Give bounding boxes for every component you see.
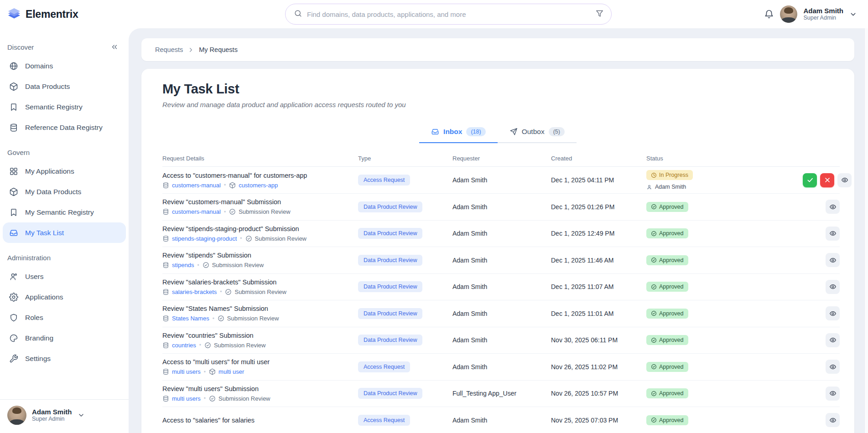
- created: Nov 26, 2025 11:02 PM: [551, 363, 646, 371]
- sidebar-item-users[interactable]: Users: [3, 266, 126, 287]
- check-circle-icon: [651, 204, 657, 210]
- user-icon: [646, 184, 652, 190]
- type-badge: Data Product Review: [358, 201, 422, 212]
- request-title: Review "countries" Submission: [162, 332, 358, 339]
- sidebar-section: GovernMy ApplicationsMy Data ProductsMy …: [0, 149, 129, 243]
- column-header: Status: [646, 155, 803, 162]
- view-button[interactable]: [826, 306, 840, 320]
- sidebar-item-my-data-products[interactable]: My Data Products: [3, 181, 126, 202]
- entity-link[interactable]: stipends: [162, 262, 194, 268]
- created: Dec 1, 2025 11:07 AM: [551, 283, 646, 290]
- chevron-down-icon[interactable]: [78, 412, 85, 419]
- inbox-icon: [431, 128, 439, 136]
- entity-link[interactable]: multi users: [162, 368, 201, 375]
- sidebar-item-my-applications[interactable]: My Applications: [3, 161, 126, 181]
- check-circle-icon: [651, 364, 657, 370]
- eye-icon: [829, 283, 837, 290]
- sidebar-item-data-products[interactable]: Data Products: [3, 76, 126, 97]
- users-icon: [9, 272, 18, 281]
- entity-link[interactable]: stipends-staging-product: [162, 235, 237, 242]
- view-button[interactable]: [826, 253, 840, 267]
- dot-separator: •: [224, 209, 226, 215]
- tabs: Inbox(18)Outbox(5): [141, 122, 854, 143]
- sidebar-item-semantic-registry[interactable]: Semantic Registry: [3, 97, 126, 117]
- type-badge: Access Request: [358, 415, 410, 426]
- table-row[interactable]: Review "stipends" Submissionstipends•Sub…: [162, 247, 840, 274]
- chevron-down-icon[interactable]: [849, 10, 857, 18]
- sidebar-item-label: My Task List: [25, 229, 64, 237]
- table-row[interactable]: Review "multi users" Submissionmulti use…: [162, 381, 840, 407]
- scrollbar[interactable]: [864, 28, 868, 433]
- avatar[interactable]: [780, 5, 797, 23]
- view-button[interactable]: [826, 280, 840, 294]
- sidebar-item-domains[interactable]: Domains: [3, 56, 126, 76]
- entity-link[interactable]: salaries-brackets: [162, 289, 217, 295]
- entity-link[interactable]: customers-manual: [162, 182, 221, 189]
- request-title: Review "multi users" Submission: [162, 385, 358, 392]
- entity-link[interactable]: multi users: [162, 395, 201, 402]
- entity-link[interactable]: States Names: [162, 315, 209, 322]
- tab-outbox[interactable]: Outbox(5): [498, 122, 577, 143]
- requester: Adam Smith: [452, 230, 551, 237]
- database-icon: [162, 235, 169, 242]
- sidebar-collapse-button[interactable]: [110, 43, 119, 51]
- view-button[interactable]: [826, 387, 840, 401]
- sidebar-item-reference-data-registry[interactable]: Reference Data Registry: [3, 117, 126, 138]
- table-row[interactable]: Review "stipends-staging-product" Submis…: [162, 221, 840, 247]
- approve-button[interactable]: [803, 173, 817, 187]
- entity-link[interactable]: multi user: [209, 368, 244, 375]
- table-row[interactable]: Review "countries" Submissioncountries•S…: [162, 327, 840, 354]
- view-button[interactable]: [826, 333, 840, 347]
- search-input[interactable]: [307, 10, 595, 18]
- review-step-label: Submission Review: [203, 262, 264, 268]
- requester: Adam Smith: [452, 203, 551, 211]
- sidebar-item-my-task-list[interactable]: My Task List: [3, 222, 126, 243]
- sidebar-nav: DiscoverDomainsData ProductsSemantic Reg…: [0, 41, 129, 369]
- sidebar-user-name: Adam Smith: [32, 408, 72, 416]
- sidebar: DiscoverDomainsData ProductsSemantic Reg…: [0, 28, 129, 433]
- view-button[interactable]: [826, 227, 840, 241]
- filter-icon[interactable]: [595, 9, 604, 20]
- view-button[interactable]: [837, 173, 852, 187]
- sidebar-item-branding[interactable]: Branding: [3, 328, 126, 348]
- requester: Adam Smith: [452, 176, 551, 184]
- column-header: Requester: [452, 155, 551, 162]
- view-button[interactable]: [826, 200, 840, 214]
- breadcrumb-link[interactable]: Requests: [155, 46, 183, 53]
- sidebar-section-label: Discover: [7, 43, 34, 51]
- review-step-label: Submission Review: [218, 315, 279, 322]
- table-row[interactable]: Review "salaries-brackets" Submissionsal…: [162, 274, 840, 301]
- eye-icon: [829, 336, 837, 344]
- sidebar-item-label: Branding: [25, 334, 53, 342]
- sidebar-item-settings[interactable]: Settings: [3, 348, 126, 369]
- reject-button[interactable]: [820, 173, 834, 187]
- assignee: Adam Smith: [646, 184, 686, 190]
- table-row[interactable]: Review "customers-manual" Submissioncust…: [162, 194, 840, 221]
- sidebar-item-roles[interactable]: Roles: [3, 307, 126, 328]
- table-row[interactable]: Access to "multi users" for multi usermu…: [162, 354, 840, 381]
- status-badge: Approved: [646, 335, 688, 345]
- created: Dec 1, 2025 11:01 AM: [551, 310, 646, 317]
- sidebar-user-card[interactable]: Adam Smith Super Admin: [0, 399, 129, 433]
- bell-icon: [764, 9, 774, 19]
- table-row[interactable]: Access to "salaries" for salariesAccess …: [162, 407, 840, 433]
- entity-link[interactable]: countries: [162, 342, 196, 349]
- type-badge: Data Product Review: [358, 255, 422, 266]
- page-subtitle: Review and manage data product and appli…: [141, 101, 854, 108]
- dot-separator: •: [204, 395, 206, 402]
- sidebar-item-applications[interactable]: Applications: [3, 287, 126, 307]
- table-row[interactable]: Access to "customers-manual" for custome…: [162, 167, 840, 194]
- requests-table: Request DetailsTypeRequesterCreatedStatu…: [162, 149, 840, 433]
- sidebar-item-my-semantic-registry[interactable]: My Semantic Registry: [3, 202, 126, 222]
- table-row[interactable]: Review "States Names" SubmissionStates N…: [162, 300, 840, 327]
- sidebar-item-label: Users: [25, 273, 43, 281]
- inbox-icon: [9, 228, 18, 237]
- view-button[interactable]: [826, 413, 840, 427]
- entity-link[interactable]: customers-manual: [162, 208, 221, 215]
- entity-link[interactable]: customers-app: [229, 182, 278, 189]
- search-icon: [294, 9, 302, 18]
- tab-inbox[interactable]: Inbox(18): [419, 122, 498, 143]
- bell-icon[interactable]: [764, 9, 774, 19]
- cube-icon: [9, 82, 18, 91]
- view-button[interactable]: [826, 360, 840, 374]
